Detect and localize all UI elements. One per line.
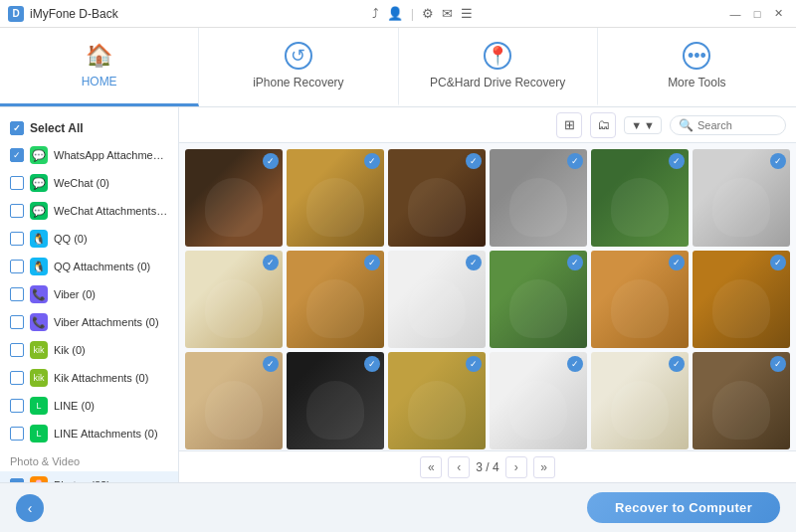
first-page-button[interactable]: « <box>420 456 442 478</box>
menu-icon[interactable]: ☰ <box>461 6 473 21</box>
line-label: LINE (0) <box>54 400 95 412</box>
sidebar-item-whatsapp[interactable]: 💬 WhatsApp Attachments (2) <box>0 141 178 169</box>
photo-check-overlay: ✓ <box>364 255 380 270</box>
back-button[interactable]: ‹ <box>16 494 44 522</box>
photo-cell[interactable]: ✓ <box>490 149 587 247</box>
sidebar-item-viber[interactable]: 📞 Viber (0) <box>0 280 178 308</box>
wechat-label: WeChat (0) <box>54 177 109 189</box>
kik-att-checkbox[interactable] <box>10 371 24 385</box>
photo-cell[interactable]: ✓ <box>693 251 790 348</box>
photo-cell[interactable]: ✓ <box>388 352 486 449</box>
photo-grid: ✓✓✓✓✓✓✓✓✓✓✓✓✓✓✓✓✓✓✓✓✓✓✓✓ <box>185 149 790 450</box>
sidebar-item-wechat[interactable]: 💬 WeChat (0) <box>0 169 178 197</box>
photo-cell[interactable]: ✓ <box>287 251 384 348</box>
line-att-checkbox[interactable] <box>10 427 24 441</box>
filter-button[interactable]: ▼ ▼ <box>624 116 662 134</box>
grid-view-button[interactable]: ⊞ <box>556 112 582 138</box>
wechat-checkbox[interactable] <box>10 176 24 190</box>
prev-page-button[interactable]: ‹ <box>448 456 470 478</box>
filter-icon: ▼ <box>631 119 642 131</box>
title-bar: D iMyFone D-Back ⤴ 👤 | ⚙ ✉ ☰ — □ ✕ <box>0 0 796 28</box>
select-all-label: Select All <box>30 121 84 135</box>
photo-check-overlay: ✓ <box>263 255 279 270</box>
app-logo: D <box>8 6 24 22</box>
photo-check-overlay: ✓ <box>567 153 583 169</box>
pagination-row: « ‹ 3 / 4 › » <box>179 450 796 482</box>
photo-cell[interactable]: ✓ <box>287 352 384 449</box>
tab-home-label: HOME <box>82 75 117 89</box>
maximize-button[interactable]: □ <box>748 5 766 23</box>
search-box[interactable]: 🔍 <box>670 115 786 135</box>
photo-cell[interactable]: ✓ <box>591 352 689 449</box>
photo-cell[interactable]: ✓ <box>693 352 790 449</box>
qq-att-checkbox[interactable] <box>10 260 24 273</box>
photo-cell[interactable]: ✓ <box>693 149 790 247</box>
kik-checkbox[interactable] <box>10 343 24 357</box>
photo-cell[interactable]: ✓ <box>287 149 384 247</box>
photos-checkbox[interactable] <box>10 478 24 482</box>
user-icon[interactable]: 👤 <box>387 6 403 21</box>
wechat-att-checkbox[interactable] <box>10 204 24 218</box>
select-all-checkbox[interactable] <box>10 121 24 135</box>
photos-icon: 🌸 <box>30 476 48 482</box>
photo-check-overlay: ✓ <box>364 153 380 169</box>
qq-icon: 🐧 <box>30 230 48 248</box>
last-page-button[interactable]: » <box>533 456 555 478</box>
sidebar-item-kik[interactable]: kik Kik (0) <box>0 336 178 364</box>
share-icon[interactable]: ⤴ <box>372 6 379 21</box>
photo-cell[interactable]: ✓ <box>185 352 283 449</box>
photo-check-overlay: ✓ <box>669 356 685 372</box>
tab-pc-recovery[interactable]: 📍 PC&Hard Drive Recovery <box>399 28 598 106</box>
qq-checkbox[interactable] <box>10 232 24 246</box>
select-all-row[interactable]: Select All <box>0 115 178 141</box>
photo-cell[interactable]: ✓ <box>490 352 587 449</box>
line-checkbox[interactable] <box>10 399 24 413</box>
photo-check-overlay: ✓ <box>770 153 786 169</box>
viber-att-checkbox[interactable] <box>10 315 24 329</box>
sidebar-item-photos[interactable]: 🌸 Photos (83) <box>0 471 178 482</box>
sidebar-item-kik-att[interactable]: kik Kik Attachments (0) <box>0 364 178 392</box>
viber-att-label: Viber Attachments (0) <box>54 316 159 328</box>
next-page-button[interactable]: › <box>505 456 527 478</box>
sidebar-item-wechat-att[interactable]: 💬 WeChat Attachments (0) <box>0 197 178 225</box>
home-icon: 🏠 <box>86 43 112 69</box>
photo-cell[interactable]: ✓ <box>388 149 486 247</box>
photo-cell[interactable]: ✓ <box>591 251 689 348</box>
title-bar-left: D iMyFone D-Back <box>8 6 118 22</box>
search-icon: 🔍 <box>679 118 694 132</box>
minimize-button[interactable]: — <box>726 5 744 23</box>
sidebar-item-viber-att[interactable]: 📞 Viber Attachments (0) <box>0 308 178 336</box>
photo-cell[interactable]: ✓ <box>388 251 486 348</box>
sidebar-item-line[interactable]: L LINE (0) <box>0 392 178 420</box>
photo-check-overlay: ✓ <box>770 255 786 270</box>
tab-pc-label: PC&Hard Drive Recovery <box>430 76 565 89</box>
photo-check-overlay: ✓ <box>567 255 583 270</box>
tab-iphone-label: iPhone Recovery <box>253 76 343 89</box>
tab-home[interactable]: 🏠 HOME <box>0 28 199 106</box>
nav-tabs: 🏠 HOME ↺ iPhone Recovery 📍 PC&Hard Drive… <box>0 28 796 107</box>
kik-icon: kik <box>30 341 48 359</box>
settings-icon[interactable]: ⚙ <box>422 6 434 21</box>
photo-cell[interactable]: ✓ <box>490 251 587 348</box>
close-button[interactable]: ✕ <box>770 5 788 23</box>
search-input[interactable] <box>697 119 777 131</box>
viber-checkbox[interactable] <box>10 287 24 301</box>
tab-iphone-recovery[interactable]: ↺ iPhone Recovery <box>199 28 398 106</box>
tab-more-tools[interactable]: ••• More Tools <box>598 28 796 106</box>
sidebar-item-qq[interactable]: 🐧 QQ (0) <box>0 225 178 253</box>
photo-cell[interactable]: ✓ <box>185 251 283 348</box>
photos-label: Photos (83) <box>54 479 110 482</box>
whatsapp-label: WhatsApp Attachments (2) <box>54 149 168 161</box>
sidebar: Select All 💬 WhatsApp Attachments (2) 💬 … <box>0 107 179 482</box>
folder-view-button[interactable]: 🗂 <box>590 112 616 138</box>
sidebar-item-qq-att[interactable]: 🐧 QQ Attachments (0) <box>0 253 178 280</box>
pc-recovery-icon: 📍 <box>484 42 511 70</box>
photo-video-section-label: Photo & Video <box>0 447 178 471</box>
photo-cell[interactable]: ✓ <box>185 149 283 247</box>
recover-button[interactable]: Recover to Computer <box>587 492 780 523</box>
photo-check-overlay: ✓ <box>466 255 482 270</box>
sidebar-item-line-att[interactable]: L LINE Attachments (0) <box>0 420 178 447</box>
whatsapp-checkbox[interactable] <box>10 148 24 162</box>
photo-cell[interactable]: ✓ <box>591 149 689 247</box>
mail-icon[interactable]: ✉ <box>442 6 453 21</box>
